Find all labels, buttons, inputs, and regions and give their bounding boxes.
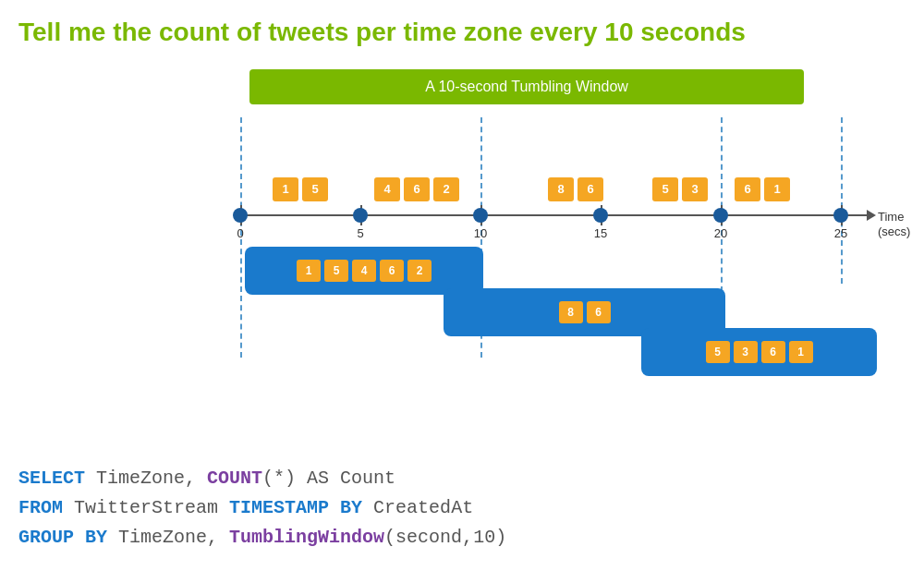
bar-tweet: 6 bbox=[587, 301, 611, 323]
bar-tweet: 5 bbox=[706, 341, 730, 363]
tick-label-5: 5 bbox=[357, 226, 363, 240]
sql-timezone-label2: TimeZone, bbox=[107, 527, 229, 548]
sql-block: SELECT TimeZone, COUNT(*) AS Count FROM … bbox=[18, 464, 506, 553]
bar-tweet: 1 bbox=[297, 260, 321, 282]
bar-tweet: 4 bbox=[352, 260, 376, 282]
page-title: Tell me the count of tweets per time zon… bbox=[0, 0, 924, 57]
window-bar-3: 5 3 6 1 bbox=[641, 328, 877, 376]
tweet-box: 6 bbox=[578, 177, 603, 201]
sql-line-3: GROUP BY TimeZone, TumblingWindow(second… bbox=[18, 523, 506, 553]
tweet-box: 1 bbox=[764, 177, 790, 201]
sql-count-rest: (*) AS Count bbox=[262, 468, 395, 489]
tweet-box: 6 bbox=[735, 177, 760, 201]
diagram-area: A 10-second Tumbling Window 1 5 4 6 2 8 … bbox=[0, 62, 924, 367]
dot-15 bbox=[593, 208, 608, 223]
dot-10 bbox=[473, 208, 488, 223]
sql-keyword-tumbling: TumblingWindow bbox=[229, 527, 384, 548]
tick-label-10: 10 bbox=[474, 226, 487, 240]
tweet-box: 5 bbox=[652, 177, 678, 201]
sql-line-2: FROM TwitterStream TIMESTAMP BY CreatedA… bbox=[18, 493, 506, 523]
tweet-box: 4 bbox=[374, 177, 400, 201]
tweet-box: 8 bbox=[548, 177, 574, 201]
dashed-line-30 bbox=[841, 117, 843, 284]
tick-label-15: 15 bbox=[594, 226, 607, 240]
banner: A 10-second Tumbling Window bbox=[249, 69, 804, 104]
bar-tweet: 6 bbox=[761, 341, 785, 363]
sql-keyword-timestamp: TIMESTAMP bbox=[229, 497, 329, 518]
sql-line-1: SELECT TimeZone, COUNT(*) AS Count bbox=[18, 464, 506, 493]
sql-tumbling-args: (second,10) bbox=[384, 527, 506, 548]
dot-20 bbox=[713, 208, 728, 223]
time-axis-label: Time(secs) bbox=[878, 210, 910, 241]
bar-tweet: 8 bbox=[559, 301, 583, 323]
tweet-box: 1 bbox=[273, 177, 298, 201]
sql-keyword-from: FROM bbox=[18, 497, 63, 518]
bar-tweet: 1 bbox=[789, 341, 813, 363]
sql-space bbox=[74, 527, 85, 548]
tick-label-20: 20 bbox=[714, 226, 727, 240]
sql-keyword-by: BY bbox=[340, 497, 362, 518]
sql-twitterstream: TwitterStream bbox=[63, 497, 229, 518]
sql-keyword-count: COUNT bbox=[207, 468, 262, 489]
tweet-box: 2 bbox=[433, 177, 459, 201]
sql-keyword-select: SELECT bbox=[18, 468, 85, 489]
tweet-box: 6 bbox=[404, 177, 430, 201]
tick-label-0: 0 bbox=[237, 226, 243, 240]
sql-by-space bbox=[329, 497, 340, 518]
bar-tweet: 6 bbox=[380, 260, 404, 282]
bar-tweet: 3 bbox=[734, 341, 758, 363]
bar-tweet: 2 bbox=[407, 260, 432, 282]
tweet-box: 5 bbox=[302, 177, 328, 201]
sql-createdat: CreatedAt bbox=[362, 497, 473, 518]
dot-5 bbox=[353, 208, 368, 223]
timeline-axis bbox=[240, 214, 869, 216]
sql-timezone-label: TimeZone, bbox=[85, 468, 207, 489]
sql-keyword-group: GROUP bbox=[18, 527, 74, 548]
bar-tweet: 5 bbox=[324, 260, 348, 282]
dot-0 bbox=[233, 208, 248, 223]
tweet-box: 3 bbox=[682, 177, 708, 201]
tick-label-25: 25 bbox=[834, 226, 847, 240]
dot-25 bbox=[833, 208, 848, 223]
sql-keyword-by2: BY bbox=[85, 527, 107, 548]
window-bar-1: 1 5 4 6 2 bbox=[245, 247, 483, 295]
